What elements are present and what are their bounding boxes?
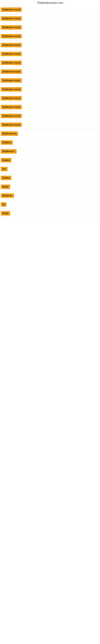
- bottleneck-result-badge[interactable]: Bottlene: [1, 140, 13, 145]
- list-item: Bo: [0, 200, 100, 209]
- list-item: Bottleneck result: [0, 23, 100, 32]
- bottleneck-result-badge[interactable]: Bottleneck result: [1, 122, 22, 127]
- list-item: Bottleneck result: [0, 50, 100, 58]
- list-item: Bottlenec: [0, 191, 100, 200]
- bottleneck-result-badge[interactable]: Bottlenec: [1, 194, 14, 198]
- bottleneck-result-badge[interactable]: Bottleneck r: [1, 149, 17, 154]
- bottleneck-result-badge[interactable]: Bottleneck result: [1, 105, 22, 109]
- bottleneck-result-badge[interactable]: Bottleneck result: [1, 60, 22, 65]
- list-item: Bottleneck result: [0, 94, 100, 103]
- bottleneck-result-badge[interactable]: Bottleneck result: [1, 43, 22, 47]
- list-item: Bottlene: [0, 138, 100, 147]
- bottleneck-result-badge[interactable]: Bottleneck result: [1, 8, 22, 12]
- list-item: Bottleneck result: [0, 112, 100, 120]
- list-item: Bottlen: [0, 156, 100, 164]
- list-item: Bottle: [0, 182, 100, 191]
- bottleneck-result-badge[interactable]: Bottleneck result: [1, 96, 22, 100]
- bottleneck-result-badge[interactable]: Bottleneck result: [1, 70, 22, 74]
- bottleneck-result-badge[interactable]: Bottlen: [1, 158, 11, 162]
- bottleneck-result-badge[interactable]: Bottleneck result: [1, 34, 22, 38]
- bottleneck-result-badge[interactable]: Bo: [1, 202, 6, 207]
- list-item: Bottleneck result: [0, 58, 100, 67]
- bottleneck-result-badge[interactable]: Bottleneck result: [1, 52, 22, 56]
- bottleneck-result-badge[interactable]: Bottleneck result: [1, 16, 22, 21]
- list-item: Bottle: [0, 209, 100, 218]
- list-item: Bottleneck result: [0, 32, 100, 41]
- list-item: Bottleneck r: [0, 147, 100, 156]
- list-item: Bottleneck result: [0, 67, 100, 76]
- list-item: Bottleneck result: [0, 85, 100, 94]
- bottleneck-result-badge[interactable]: Bottleneck result: [1, 25, 22, 30]
- bottleneck-result-badge[interactable]: Bottleneck re: [1, 132, 18, 136]
- bottleneck-result-badge[interactable]: Bot: [1, 167, 8, 171]
- list-item: Bot: [0, 164, 100, 174]
- list-item: Bottleneck result: [0, 14, 100, 23]
- list-item: Bottleneck result: [0, 41, 100, 50]
- bottleneck-result-badge[interactable]: Bottleneck result: [1, 87, 22, 92]
- list-item: Bottleneck re: [0, 129, 100, 138]
- list-item: Bottleneck result: [0, 5, 100, 14]
- bottleneck-result-badge[interactable]: Bottlen: [1, 176, 11, 180]
- site-title: TheBottlenecker.com: [0, 0, 100, 5]
- bottleneck-result-badge[interactable]: Bottleneck result: [1, 114, 22, 118]
- bottleneck-result-badge[interactable]: Bottleneck result: [1, 78, 22, 83]
- list-item: Bottleneck result: [0, 103, 100, 112]
- list-item: Bottleneck result: [0, 76, 100, 85]
- bottleneck-result-badge[interactable]: Bottle: [1, 184, 10, 189]
- list-item: Bottlen: [0, 174, 100, 182]
- list-item: Bottleneck result: [0, 120, 100, 129]
- bottleneck-result-badge[interactable]: Bottle: [1, 211, 10, 216]
